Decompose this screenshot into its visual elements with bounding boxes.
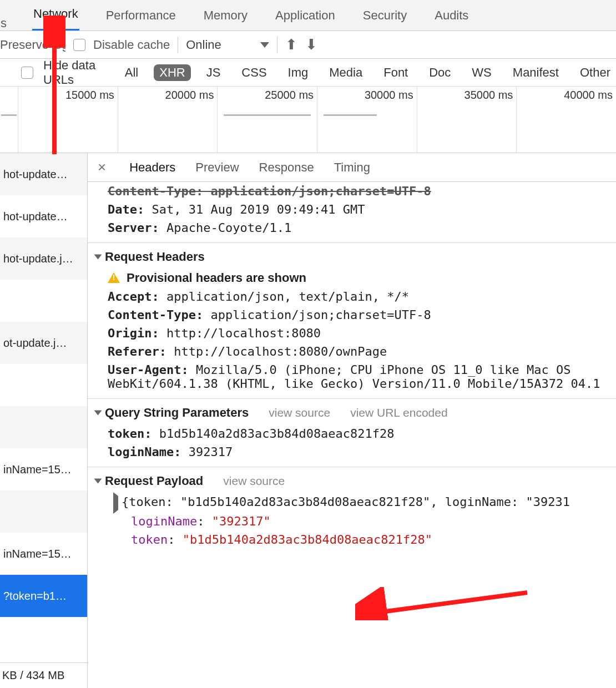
filter-bar: Hide data URLs All XHR JS CSS Img Media … [0, 59, 616, 87]
tab-security[interactable]: Security [362, 8, 408, 31]
section-title: Query String Parameters [105, 406, 249, 420]
status-footer: KB / 434 MB [0, 662, 87, 688]
tab-network[interactable]: Network [32, 7, 79, 31]
timeline-tick-label: 15000 ms [65, 89, 114, 102]
section-title: Request Payload [105, 474, 203, 488]
tab-response[interactable]: Response [259, 160, 314, 175]
tab-preview[interactable]: Preview [195, 160, 239, 175]
filter-ws[interactable]: WS [466, 64, 497, 81]
filter-css[interactable]: CSS [236, 64, 272, 81]
disclosure-triangle-icon [94, 411, 102, 416]
view-source-link[interactable]: view source [223, 474, 285, 488]
header-row: Origin: http://localhost:8080 [88, 324, 616, 342]
throttling-select[interactable]: Online [186, 38, 269, 52]
request-row[interactable]: ot-update.j… [0, 322, 87, 364]
tab-timing[interactable]: Timing [334, 160, 370, 175]
filter-img[interactable]: Img [282, 64, 314, 81]
section-request-payload[interactable]: Request Payload view source [88, 467, 616, 493]
separator [178, 37, 178, 53]
section-request-headers[interactable]: Request Headers [88, 242, 616, 269]
disable-cache-label: Disable cache [93, 38, 170, 52]
tab-application[interactable]: Application [274, 8, 336, 31]
panel-tabs: s Network Performance Memory Application… [0, 0, 616, 31]
request-row[interactable] [0, 364, 87, 406]
payload-inline: {token: "b1d5b140a2d83ac3b84d08aeac821f2… [88, 493, 616, 512]
filter-all[interactable]: All [119, 64, 144, 81]
param-row: token: b1d5b140a2d83ac3b84d08aeac821f28 [88, 424, 616, 443]
request-row[interactable] [0, 490, 87, 533]
timeline-tick-label: 35000 ms [464, 89, 513, 102]
header-row: User-Agent: Mozilla/5.0 (iPhone; CPU iPh… [88, 361, 616, 393]
request-row[interactable]: hot-update… [0, 195, 87, 237]
header-row: Accept: application/json, text/plain, */… [88, 287, 616, 306]
disable-cache-checkbox[interactable] [73, 39, 85, 51]
filter-js[interactable]: JS [201, 64, 226, 81]
request-row[interactable]: hot-update.j… [0, 237, 87, 280]
request-row[interactable] [0, 406, 87, 448]
header-row: Date: Sat, 31 Aug 2019 09:49:41 GMT [88, 200, 616, 219]
header-row: Content-Type: application/json;charset=U… [88, 306, 616, 324]
header-row: Content-Type: application/json;charset=U… [88, 182, 616, 200]
timeline-overview[interactable]: ms 15000 ms 20000 ms 25000 ms 30000 ms 3… [0, 87, 616, 153]
warning-icon [108, 272, 120, 284]
section-query-string[interactable]: Query String Parameters view source view… [88, 398, 616, 424]
filter-doc[interactable]: Doc [423, 64, 456, 81]
tab-audits[interactable]: Audits [433, 8, 469, 31]
filter-manifest[interactable]: Manifest [507, 64, 564, 81]
timeline-tick-label: ms [0, 89, 14, 102]
chevron-down-icon [260, 42, 269, 48]
preserve-log-label: Preserve log [0, 38, 65, 52]
filter-other[interactable]: Other [574, 64, 616, 81]
tab-performance[interactable]: Performance [105, 8, 177, 31]
tab-memory[interactable]: Memory [203, 8, 249, 31]
param-row: loginName: 392317 [88, 443, 616, 461]
timeline-bar [324, 114, 377, 116]
timeline-tick-label: 30000 ms [365, 89, 413, 102]
disclosure-triangle-icon [113, 492, 118, 514]
view-source-link[interactable]: view source [269, 406, 330, 419]
timeline-tick-label: 40000 ms [564, 89, 613, 102]
timeline-bar [224, 114, 311, 116]
payload-row: loginName: "392317" [88, 512, 616, 530]
filter-font[interactable]: Font [378, 64, 413, 81]
timeline-tick-label: 25000 ms [265, 89, 314, 102]
request-row[interactable]: inName=15… [0, 448, 87, 490]
separator [277, 37, 277, 53]
timeline-tick-label: 20000 ms [165, 89, 214, 102]
header-row: Referer: http://localhost:8080/ownPage [88, 342, 616, 361]
section-title: Request Headers [105, 250, 205, 264]
timeline-bar [1, 114, 17, 116]
disclosure-triangle-icon [94, 255, 102, 260]
request-row[interactable]: hot-update… [0, 153, 87, 195]
panel-tab-cut: s [0, 16, 7, 31]
network-toolbar: Preserve log Disable cache Online ⬆︎ ⬇︎ [0, 31, 616, 59]
view-url-encoded-link[interactable]: view URL encoded [350, 406, 448, 419]
hide-data-urls-label: Hide data URLs [43, 58, 109, 87]
detail-tabs: × Headers Preview Response Timing [88, 153, 616, 182]
filter-xhr[interactable]: XHR [154, 64, 190, 81]
request-row[interactable]: ?token=b1… [0, 575, 87, 617]
request-row[interactable] [0, 280, 87, 322]
provisional-warning: Provisional headers are shown [88, 269, 616, 287]
tab-headers[interactable]: Headers [129, 160, 175, 175]
download-icon[interactable]: ⬇︎ [305, 36, 317, 53]
hide-data-urls-checkbox[interactable] [21, 67, 33, 79]
filter-media[interactable]: Media [324, 64, 368, 81]
request-row[interactable]: inName=15… [0, 533, 87, 575]
request-list: hot-update…hot-update…hot-update.j…ot-up… [0, 153, 88, 688]
close-icon[interactable]: × [98, 159, 109, 176]
header-row: Server: Apache-Coyote/1.1 [88, 219, 616, 237]
upload-icon[interactable]: ⬆︎ [285, 36, 297, 53]
request-detail-pane: × Headers Preview Response Timing Conten… [88, 153, 616, 688]
payload-row: token: "b1d5b140a2d83ac3b84d08aeac821f28… [88, 530, 616, 549]
disclosure-triangle-icon [94, 479, 102, 484]
throttling-value: Online [186, 38, 221, 52]
